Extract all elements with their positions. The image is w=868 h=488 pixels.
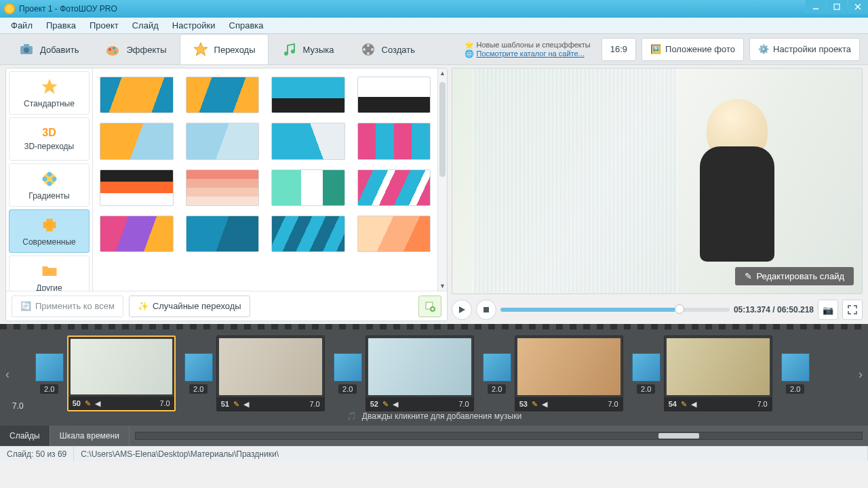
maximize-button[interactable] <box>827 0 847 14</box>
minimize-button[interactable] <box>806 0 826 14</box>
timeline-next[interactable]: › <box>854 340 867 408</box>
timeline-hscroll[interactable] <box>130 426 868 446</box>
transition-chip[interactable]: 2.0 <box>330 353 366 394</box>
apply-to-all-button[interactable]: 🔄 Применить ко всем <box>12 296 123 317</box>
menu-slide[interactable]: Слайд <box>127 19 164 32</box>
slide-card[interactable]: 50 ✎ ◀ 7.0 <box>67 336 176 411</box>
thumbnails-scrollbar[interactable]: ▲ ▼ <box>437 68 447 291</box>
star-icon <box>40 77 59 96</box>
menubar: Файл Правка Проект Слайд Настройки Справ… <box>0 18 868 34</box>
svg-point-15 <box>367 44 370 47</box>
menu-project[interactable]: Проект <box>84 19 124 32</box>
transition-chip[interactable]: 2.0 <box>32 353 67 394</box>
transition-thumb[interactable] <box>100 123 174 159</box>
info-link[interactable]: Посмотрите каталог на сайте... <box>477 49 585 58</box>
edit-slide-icon[interactable]: ✎ <box>233 400 239 409</box>
transition-duration: 2.0 <box>338 384 357 394</box>
transition-thumb[interactable] <box>271 77 345 113</box>
timeline-tab-scale[interactable]: Шкала времени <box>50 426 130 446</box>
transition-chip[interactable]: 2.0 <box>629 353 664 394</box>
tab-music[interactable]: Музыка <box>269 34 347 64</box>
aspect-ratio-button[interactable]: 16:9 <box>601 38 636 61</box>
seek-bar[interactable] <box>500 308 730 312</box>
svg-marker-11 <box>194 43 208 56</box>
menu-help[interactable]: Справка <box>224 19 269 32</box>
player-bar: 05:13.374 / 06:50.218 📷 <box>452 298 863 321</box>
play-button[interactable] <box>452 300 472 320</box>
transition-thumb[interactable] <box>357 216 431 252</box>
scroll-up-icon[interactable]: ▲ <box>438 68 447 78</box>
transition-duration: 2.0 <box>189 384 208 394</box>
transition-chip[interactable]: 2.0 <box>181 353 216 394</box>
category-modern[interactable]: Современные <box>9 209 90 253</box>
music-hint: Дважды кликните для добавления музыки <box>362 411 521 421</box>
category-other[interactable]: Другие <box>9 256 90 291</box>
close-button[interactable] <box>848 0 868 14</box>
slide-card[interactable]: 53 ✎ ◀ 7.0 <box>515 336 623 411</box>
category-standard-label: Стандартные <box>24 99 75 108</box>
menu-file[interactable]: Файл <box>5 19 38 32</box>
slide-card[interactable]: 54 ✎ ◀ 7.0 <box>664 336 772 411</box>
slide-number: 53 <box>519 400 528 408</box>
stop-button[interactable] <box>476 300 496 320</box>
hscroll-handle[interactable] <box>658 433 699 439</box>
transition-thumb[interactable] <box>271 123 345 159</box>
play-slide-icon[interactable]: ◀ <box>95 399 100 408</box>
tab-add[interactable]: Добавить <box>5 34 92 64</box>
fullscreen-button[interactable] <box>842 300 863 320</box>
transition-thumb[interactable] <box>357 169 431 206</box>
category-3d[interactable]: 3D 3D-переходы <box>9 117 90 161</box>
play-slide-icon[interactable]: ◀ <box>542 400 547 409</box>
timeline-tab-slides[interactable]: Слайды <box>0 426 50 446</box>
snapshot-button[interactable]: 📷 <box>818 300 838 320</box>
tab-create[interactable]: Создать <box>347 34 428 64</box>
photo-position-button[interactable]: 🖼️ Положение фото <box>642 38 744 61</box>
add-transition-button[interactable] <box>418 296 441 317</box>
tab-create-label: Создать <box>382 45 415 55</box>
edit-slide-icon[interactable]: ✎ <box>85 399 91 408</box>
edit-slide-icon[interactable]: ✎ <box>532 400 538 409</box>
transition-thumb[interactable] <box>186 169 260 206</box>
slide-number: 50 <box>73 399 81 407</box>
seek-knob[interactable] <box>675 304 684 314</box>
slide-number: 52 <box>370 400 378 408</box>
play-slide-icon[interactable]: ◀ <box>691 400 696 409</box>
transition-chip[interactable]: 2.0 <box>479 353 515 394</box>
transition-thumb[interactable] <box>271 216 345 252</box>
transition-thumb[interactable] <box>186 77 260 113</box>
transition-thumb[interactable] <box>186 216 260 252</box>
timeline-tabs: Слайды Шкала времени <box>0 426 868 446</box>
svg-point-7 <box>106 46 119 56</box>
slide-card[interactable]: 51 ✎ ◀ 7.0 <box>216 336 325 411</box>
picture-icon: 🖼️ <box>650 44 661 54</box>
project-settings-button[interactable]: ⚙️ Настройки проекта <box>749 38 860 61</box>
transition-thumb[interactable] <box>271 169 345 206</box>
transition-thumb[interactable] <box>186 123 260 159</box>
play-slide-icon[interactable]: ◀ <box>393 400 398 409</box>
tab-transitions[interactable]: Переходы <box>180 34 269 64</box>
edit-slide-button[interactable]: ✎ Редактировать слайд <box>735 267 854 285</box>
random-transitions-button[interactable]: ✨ Случайные переходы <box>129 296 250 317</box>
menu-settings[interactable]: Настройки <box>167 19 221 32</box>
slide-card[interactable]: 52 ✎ ◀ 7.0 <box>366 336 474 411</box>
edit-slide-icon[interactable]: ✎ <box>382 400 389 409</box>
play-slide-icon[interactable]: ◀ <box>243 400 249 409</box>
transition-chip[interactable]: 2.0 <box>778 353 813 394</box>
menu-edit[interactable]: Правка <box>41 19 81 32</box>
tab-effects[interactable]: Эффекты <box>92 34 179 64</box>
titlebar: Проект 1 - ФотоШОУ PRO <box>0 0 868 18</box>
category-gradients[interactable]: Градиенты <box>9 163 90 207</box>
music-track[interactable]: 🎵 Дважды кликните для добавления музыки <box>0 408 868 424</box>
random-label: Случайные переходы <box>153 301 241 311</box>
edit-slide-icon[interactable]: ✎ <box>681 400 687 409</box>
scroll-down-icon[interactable]: ▼ <box>438 281 447 291</box>
category-standard[interactable]: Стандартные <box>9 71 90 115</box>
transition-thumb[interactable] <box>357 123 431 159</box>
slide-duration: 7.0 <box>309 400 319 408</box>
transition-thumb[interactable] <box>100 216 174 252</box>
transition-thumb[interactable] <box>357 77 431 113</box>
scroll-handle[interactable] <box>439 82 446 177</box>
transition-thumb[interactable] <box>100 77 174 113</box>
status-bar: Слайд: 50 из 69 C:\Users\AMS-Elena\Deskt… <box>0 446 868 461</box>
transition-thumb[interactable] <box>100 169 174 206</box>
